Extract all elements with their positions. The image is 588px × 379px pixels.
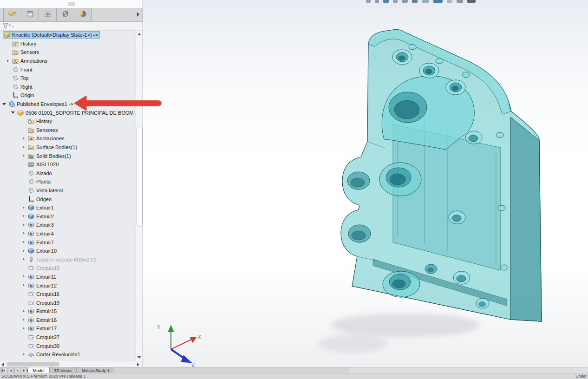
- tree-item[interactable]: Taladro roscado M16x2.01: [0, 255, 136, 264]
- tree-item[interactable]: Origen: [0, 195, 136, 203]
- tree-item[interactable]: Extruir3: [0, 221, 136, 229]
- tree-item-content[interactable]: Extruir1: [27, 204, 56, 211]
- tree-item-content[interactable]: Extruir10: [27, 247, 59, 255]
- tree-item-content[interactable]: Extruir12: [27, 282, 59, 289]
- tree-item[interactable]: Anotaciones: [0, 134, 136, 143]
- chevron-right-icon[interactable]: [21, 317, 27, 323]
- tree-item[interactable]: Vista lateral: [0, 186, 136, 195]
- tree-item-content[interactable]: Croquis10: [27, 264, 61, 272]
- tree-item-content[interactable]: Alzado: [27, 170, 54, 177]
- tree-item[interactable]: Croquis16: [0, 290, 136, 299]
- scroll-up-arrow-icon[interactable]: [137, 32, 141, 36]
- 3d-model-knuckle-part[interactable]: [143, 0, 588, 367]
- tree-item-content[interactable]: Published Envelopes1 ->: [7, 100, 75, 108]
- previous-tab-button[interactable]: [8, 368, 14, 373]
- chevron-right-icon[interactable]: [21, 326, 27, 332]
- scroll-left-arrow-icon[interactable]: [1, 363, 5, 366]
- tree-item-content[interactable]: Extruir16: [27, 316, 59, 324]
- tree-item-content[interactable]: History: [27, 118, 54, 125]
- chevron-down-icon[interactable]: [10, 110, 16, 116]
- tree-horizontal-scrollbar[interactable]: [0, 361, 142, 367]
- chevron-right-icon[interactable]: [21, 308, 27, 314]
- tree-item-content[interactable]: Croquis19: [27, 299, 61, 307]
- tree-item-content[interactable]: Croquis16: [27, 290, 61, 298]
- panel-tab-featuremanager[interactable]: [3, 8, 21, 21]
- tree-item[interactable]: Croquis27: [0, 333, 136, 342]
- filter-funnel-icon[interactable]: [2, 22, 14, 32]
- panel-tab-configurationmanager[interactable]: [39, 8, 57, 21]
- tree-item-content[interactable]: Surface Bodies(1): [27, 144, 79, 151]
- tree-item[interactable]: Croquis19: [0, 298, 136, 307]
- tree-item[interactable]: Top: [0, 74, 136, 83]
- tree-item-content[interactable]: Extruir11: [27, 273, 58, 281]
- chevron-right-icon[interactable]: [21, 352, 27, 358]
- tree-item[interactable]: Extruir10: [0, 247, 136, 255]
- tree-item-content[interactable]: Taladro roscado M16x2.01: [27, 256, 98, 263]
- tree-item-content[interactable]: Extruir15: [27, 307, 59, 315]
- tree-item-content[interactable]: Origen: [27, 196, 53, 203]
- scroll-right-arrow-icon[interactable]: [137, 363, 140, 366]
- chevron-right-icon[interactable]: [21, 222, 27, 228]
- chevron-right-icon[interactable]: [21, 136, 27, 142]
- tree-item-content[interactable]: Cortar-Revolución1: [27, 351, 82, 358]
- vertical-scroll-thumb[interactable]: [137, 126, 143, 227]
- tree-item[interactable]: Extruir17: [0, 324, 136, 333]
- tree-item[interactable]: Sensores: [0, 126, 136, 135]
- tree-item[interactable]: Extruir4: [0, 229, 136, 238]
- tree-item-content[interactable]: Solid Bodies(1): [27, 152, 73, 160]
- chevron-right-icon[interactable]: [21, 144, 27, 150]
- tree-item[interactable]: Front: [0, 65, 136, 74]
- tree-item-content[interactable]: Croquis30: [27, 342, 61, 350]
- panel-tab-propertymanager[interactable]: [21, 8, 39, 21]
- next-tab-button[interactable]: [14, 368, 20, 373]
- tree-item[interactable]: Sensors: [0, 48, 136, 57]
- tree-item[interactable]: History: [0, 39, 136, 48]
- tree-item-content[interactable]: Top: [11, 74, 31, 82]
- tree-item-content[interactable]: Extruir17: [27, 325, 59, 332]
- tree-item[interactable]: Extruir1: [0, 203, 136, 212]
- tree-item[interactable]: Solid Bodies(1): [0, 151, 136, 160]
- tree-item-content[interactable]: History: [11, 40, 38, 47]
- tree-item[interactable]: Planta: [0, 177, 136, 186]
- tree-item[interactable]: Annotations: [0, 57, 136, 65]
- tree-item-content[interactable]: Knuckle (Default<Display State-1>) ->: [3, 31, 100, 39]
- tree-item[interactable]: AISI 1020: [0, 160, 136, 169]
- chevron-right-icon[interactable]: [5, 58, 11, 64]
- chevron-down-icon[interactable]: [1, 101, 7, 107]
- tree-item[interactable]: Cortar-Revolución1: [0, 350, 136, 359]
- chevron-right-icon[interactable]: [21, 282, 27, 288]
- tree-item-content[interactable]: Front: [11, 66, 34, 73]
- tree-item-content[interactable]: Croquis27: [27, 333, 61, 341]
- tree-item[interactable]: Surface Bodies(1): [0, 143, 136, 152]
- tree-item[interactable]: History: [0, 117, 136, 126]
- tree-item-content[interactable]: Extruir2: [27, 213, 56, 220]
- panel-tab-displaymanager[interactable]: [74, 8, 92, 21]
- tree-item-content[interactable]: AISI 1020: [27, 161, 60, 168]
- tree-item[interactable]: Right: [0, 83, 136, 91]
- tree-item[interactable]: Extruir2: [0, 212, 136, 221]
- tree-item[interactable]: Extruir11: [0, 273, 136, 281]
- tree-item-content[interactable]: Origin: [11, 91, 36, 99]
- scroll-down-arrow-icon[interactable]: [137, 355, 141, 359]
- tree-item-content[interactable]: Extruir3: [27, 221, 56, 229]
- chevron-right-icon[interactable]: [21, 205, 27, 211]
- last-tab-button[interactable]: [21, 368, 27, 373]
- panel-collapse-handle[interactable]: [68, 2, 75, 6]
- chevron-right-icon[interactable]: [21, 274, 27, 280]
- tree-item-content[interactable]: Sensors: [11, 48, 41, 56]
- tree-item[interactable]: Extruir15: [0, 307, 136, 316]
- chevron-right-icon[interactable]: [21, 153, 27, 159]
- graphics-viewport[interactable]: Y X Z: [143, 0, 588, 367]
- chevron-right-icon[interactable]: [21, 256, 27, 262]
- chevron-right-icon[interactable]: [21, 213, 27, 219]
- tree-item-content[interactable]: Right: [11, 83, 34, 91]
- tree-item-content[interactable]: Extruir4: [27, 230, 56, 237]
- tree-item-content[interactable]: Extruir7: [27, 239, 56, 246]
- tree-item[interactable]: Extruir7: [0, 238, 136, 247]
- tree-item[interactable]: Knuckle (Default<Display State-1>) ->: [0, 31, 136, 39]
- horizontal-scroll-thumb[interactable]: [7, 362, 59, 366]
- tree-item[interactable]: Extruir16: [0, 316, 136, 325]
- tree-item-content[interactable]: Vista lateral: [27, 187, 65, 194]
- tree-filter-row[interactable]: [0, 22, 143, 31]
- tree-item-content[interactable]: Anotaciones: [27, 135, 66, 142]
